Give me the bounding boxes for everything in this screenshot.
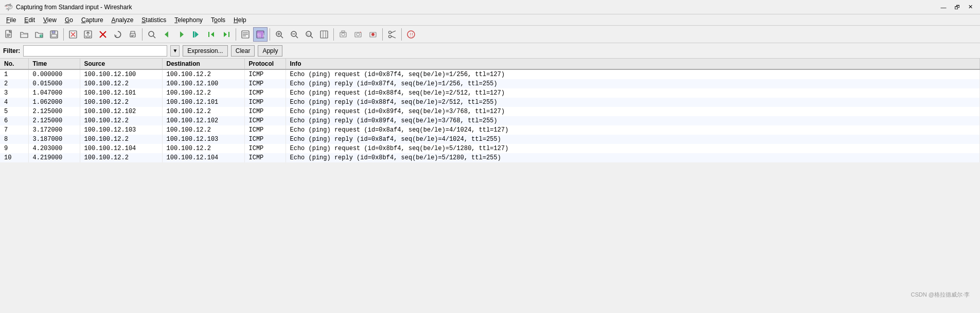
cell-info: Echo (ping) request (id=0x8bf4, seq(be/l… [286, 144, 980, 153]
toolbar-find-btn[interactable] [145, 27, 159, 42]
cell-protocol: ICMP [244, 153, 286, 162]
toolbar-cut-btn[interactable] [385, 27, 399, 42]
toolbar-sep-6 [382, 28, 383, 41]
toolbar-start-capture-btn[interactable] [366, 27, 380, 42]
col-header-destination[interactable]: Destination [162, 59, 244, 69]
toolbar-back-btn[interactable] [159, 27, 174, 42]
svg-rect-2 [7, 35, 10, 35]
cell-info: Echo (ping) request (id=0x89f4, seq(be/l… [286, 107, 980, 116]
svg-marker-20 [165, 31, 168, 38]
menu-capture[interactable]: Capture [77, 15, 108, 25]
table-row[interactable]: 41.062000100.100.12.2100.100.12.101ICMPE… [0, 98, 980, 107]
toolbar-export-btn[interactable] [81, 27, 95, 42]
toolbar-last-btn[interactable] [219, 27, 234, 42]
svg-point-55 [371, 33, 375, 36]
cell-time: 4.219000 [28, 153, 80, 162]
menu-view[interactable]: View [39, 15, 61, 25]
toolbar-zoom-normal-btn[interactable]: 1:1 [302, 27, 316, 42]
table-row[interactable]: 62.125000100.100.12.2100.100.12.102ICMPE… [0, 116, 980, 125]
svg-marker-21 [180, 31, 184, 38]
minimize-button[interactable]: — [938, 2, 949, 13]
col-header-info[interactable]: Info [286, 59, 980, 69]
toolbar-print-btn[interactable] [126, 27, 140, 42]
filter-apply-btn[interactable]: Apply [258, 45, 282, 57]
menu-help[interactable]: Help [229, 15, 251, 25]
cell-protocol: ICMP [244, 125, 286, 135]
cell-protocol: ICMP [244, 144, 286, 153]
cell-destination: 100.100.12.2 [162, 125, 244, 135]
svg-rect-16 [131, 35, 134, 35]
menu-go[interactable]: Go [61, 15, 77, 25]
menu-edit[interactable]: Edit [20, 15, 39, 25]
table-row[interactable]: 10.000000100.100.12.100100.100.12.2ICMPE… [0, 69, 980, 79]
table-row[interactable]: 104.219000100.100.12.2100.100.12.104ICMP… [0, 153, 980, 162]
cell-time: 0.015000 [28, 79, 80, 88]
toolbar-forward-btn[interactable] [174, 27, 189, 42]
table-row[interactable]: 83.187000100.100.12.2100.100.12.103ICMPE… [0, 135, 980, 144]
cell-destination: 100.100.12.2 [162, 107, 244, 116]
svg-text:!: ! [411, 33, 414, 38]
toolbar-pkt-detail-btn[interactable] [238, 27, 253, 42]
svg-point-57 [389, 35, 391, 38]
toolbar-new-btn[interactable] [2, 27, 16, 42]
col-header-source[interactable]: Source [80, 59, 162, 69]
toolbar-decode-as-btn[interactable]: !! [404, 27, 418, 42]
filter-input[interactable] [23, 45, 167, 57]
table-row[interactable]: 52.125000100.100.12.102100.100.12.2ICMPE… [0, 107, 980, 116]
maximize-button[interactable]: 🗗 [951, 2, 963, 13]
cell-protocol: ICMP [244, 135, 286, 144]
toolbar-first-btn[interactable] [204, 27, 219, 42]
menu-tools[interactable]: Tools [207, 15, 229, 25]
cell-no: 3 [0, 88, 28, 98]
cell-destination: 100.100.12.104 [162, 153, 244, 162]
app-icon: 🦈 [4, 3, 13, 11]
menu-file[interactable]: File [2, 15, 20, 25]
toolbar-recent-btn[interactable] [32, 27, 46, 42]
svg-rect-31 [243, 35, 246, 36]
menu-analyze[interactable]: Analyze [108, 15, 138, 25]
toolbar-pkt-bytes-btn[interactable]: 01 1011 00 [253, 27, 268, 42]
cell-no: 7 [0, 125, 28, 135]
col-header-time[interactable]: Time [28, 59, 80, 69]
svg-rect-45 [320, 31, 328, 38]
filter-expression-btn[interactable]: Expression... [183, 45, 227, 57]
close-button[interactable]: ✕ [965, 2, 976, 13]
cell-protocol: ICMP [244, 79, 286, 88]
toolbar-save-btn[interactable] [47, 27, 61, 42]
toolbar-capture-filter-btn[interactable]: + [351, 27, 365, 42]
packet-table-body: 10.000000100.100.12.100100.100.12.2ICMPE… [0, 69, 980, 162]
col-header-no[interactable]: No. [0, 59, 28, 69]
cell-protocol: ICMP [244, 107, 286, 116]
filter-clear-btn[interactable]: Clear [231, 45, 255, 57]
toolbar-capture-options-btn[interactable] [336, 27, 350, 42]
cell-time: 1.047000 [28, 88, 80, 98]
table-row[interactable]: 20.015000100.100.12.2100.100.12.100ICMPE… [0, 79, 980, 88]
cell-info: Echo (ping) reply (id=0x8bf4, seq(be/le)… [286, 153, 980, 162]
toolbar-stop-btn[interactable] [96, 27, 110, 42]
toolbar-goto-btn[interactable] [189, 27, 204, 42]
cell-protocol: ICMP [244, 69, 286, 79]
toolbar-resize-col-btn[interactable] [317, 27, 331, 42]
table-row[interactable]: 31.047000100.100.12.101100.100.12.2ICMPE… [0, 88, 980, 98]
svg-line-19 [153, 36, 155, 38]
toolbar-restart-btn[interactable] [111, 27, 125, 42]
window-title: Capturing from Standard input - Wireshar… [16, 4, 132, 11]
toolbar-open-btn[interactable] [17, 27, 31, 42]
filter-label: Filter: [3, 47, 20, 54]
cell-no: 5 [0, 107, 28, 116]
cell-destination: 100.100.12.103 [162, 135, 244, 144]
toolbar-zoom-out-btn[interactable] [287, 27, 301, 42]
menu-telephony[interactable]: Telephony [170, 15, 207, 25]
table-row[interactable]: 94.203000100.100.12.104100.100.12.2ICMPE… [0, 144, 980, 153]
cell-source: 100.100.12.2 [80, 135, 162, 144]
cell-destination: 100.100.12.2 [162, 69, 244, 79]
svg-point-56 [389, 31, 391, 33]
toolbar-close-btn[interactable] [66, 27, 80, 42]
table-row[interactable]: 73.172000100.100.12.103100.100.12.2ICMPE… [0, 125, 980, 135]
filter-bar: Filter: ▼ Expression... Clear Apply [0, 43, 980, 59]
toolbar-zoom-in-btn[interactable] [272, 27, 287, 42]
menu-statistics[interactable]: Statistics [137, 15, 170, 25]
filter-dropdown-btn[interactable]: ▼ [170, 45, 180, 57]
col-header-protocol[interactable]: Protocol [244, 59, 286, 69]
svg-line-36 [281, 36, 283, 38]
